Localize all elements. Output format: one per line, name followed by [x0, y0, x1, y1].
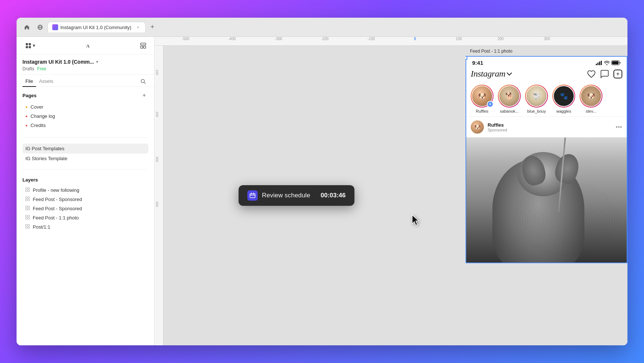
layout-tool-button[interactable]	[138, 40, 148, 51]
ruler-vertical: 100 200 300 400	[155, 46, 163, 345]
project-dropdown-icon[interactable]: ▾	[96, 59, 98, 64]
ig-frame-label: Feed Post - 1:1 photo	[466, 46, 627, 55]
svg-text:A: A	[86, 43, 90, 49]
home-button[interactable]	[21, 21, 33, 33]
svg-rect-27	[26, 218, 28, 219]
post-info: Ruffles Sponsored	[488, 122, 612, 132]
ig-frame: 9:41	[466, 56, 627, 263]
project-drafts: Drafts	[22, 66, 34, 71]
page-item-changelog[interactable]: ● Change log	[22, 112, 148, 121]
sidebar-content: Pages + ● Cover ● Change log ● Credits	[17, 87, 154, 345]
layer-item-feed-post-sponsored-2[interactable]: Feed Post - Sponsored	[22, 204, 148, 213]
canvas-area[interactable]: -500 -400 -300 -200 -100 0 100 200 300 1…	[155, 37, 627, 345]
instagram-dropdown-icon[interactable]	[507, 72, 512, 76]
add-icon[interactable]: +	[613, 70, 622, 78]
post-username: Ruffles	[488, 122, 612, 128]
post-image	[466, 137, 627, 262]
globe-button[interactable]	[34, 21, 46, 33]
svg-rect-13	[26, 188, 28, 190]
signal-icon	[596, 61, 602, 65]
new-tab-button[interactable]: +	[147, 22, 158, 32]
ruler-mark: -400	[229, 37, 236, 41]
layer-item-feed-post-photo[interactable]: Feed Post - 1:1 photo	[22, 213, 148, 222]
text-tool-button[interactable]: A	[83, 40, 93, 51]
ig-header: Instagram	[466, 67, 627, 82]
story-ring-blue-bouy: 🐩	[525, 85, 548, 108]
story-avatar-sabanok: 🐕	[499, 86, 519, 106]
story-add-badge: +	[487, 101, 493, 108]
selection-handle-left	[466, 56, 467, 60]
svg-rect-23	[26, 208, 28, 210]
search-button[interactable]	[138, 76, 148, 87]
story-ring-sabanok: 🐕	[498, 85, 521, 108]
pages-add-button[interactable]: +	[140, 91, 148, 99]
toast-timer: 00:03:46	[321, 192, 346, 199]
nav-item-ig-stories-template[interactable]: IG Stories Template	[22, 154, 148, 163]
heart-icon[interactable]	[587, 70, 596, 78]
layer-label-feed-post-sponsored-2: Feed Post - Sponsored	[33, 206, 82, 211]
tab-bar: Instagram UI Kit 1.0 (Community) × +	[21, 21, 623, 33]
svg-rect-29	[26, 225, 28, 226]
svg-line-12	[144, 82, 145, 84]
svg-rect-37	[596, 64, 597, 65]
svg-rect-22	[28, 206, 30, 208]
story-avatar-waggles: 🐾	[553, 85, 574, 107]
svg-rect-10	[144, 46, 146, 48]
post-avatar-img: 🐶	[471, 120, 484, 134]
story-item-waggles[interactable]: 🐾 waggles	[552, 85, 575, 113]
story-item-blue-bouy[interactable]: 🐩 blue_bouy	[525, 85, 548, 113]
ruler-mark: -300	[275, 37, 282, 41]
wifi-icon	[604, 61, 610, 65]
messenger-icon[interactable]	[600, 70, 609, 78]
ruler-horizontal: -500 -400 -300 -200 -100 0 100 200 300	[155, 37, 627, 46]
browser-chrome: Instagram UI Kit 1.0 (Community) × +	[17, 18, 627, 37]
file-tab[interactable]: File	[22, 76, 36, 87]
canvas-main[interactable]: 100 200 300 400	[155, 46, 627, 345]
layer-label-post-1-1: Post/1:1	[33, 224, 50, 230]
svg-rect-21	[26, 206, 28, 208]
tab-close-button[interactable]: ×	[135, 24, 141, 30]
layers-section: Layers Profile - new following	[17, 173, 154, 235]
ig-logo: Instagram	[471, 69, 505, 79]
nav-label-ig-stories-template: IG Stories Template	[25, 156, 67, 161]
ruler-mark-zero: 0	[414, 37, 416, 41]
layer-item-post-1-1[interactable]: Post/1:1	[22, 222, 148, 232]
story-avatar-stev: 🐶	[581, 86, 601, 106]
svg-rect-17	[26, 197, 28, 199]
tab-label: Instagram UI Kit 1.0 (Community)	[60, 25, 131, 30]
component-tool-button[interactable]: ▾	[22, 41, 38, 50]
svg-rect-32	[28, 227, 30, 229]
nav-item-ig-post-templates[interactable]: IG Post Templates	[22, 144, 148, 154]
nav-label-ig-post-templates: IG Post Templates	[25, 146, 64, 151]
story-ring-stev: 🐶	[580, 85, 602, 108]
svg-rect-25	[26, 215, 28, 217]
ig-post-header: 🐶 Ruffles Sponsored •••	[466, 117, 627, 137]
svg-rect-31	[26, 227, 28, 229]
pages-title: Pages	[22, 93, 36, 98]
post-avatar: 🐶	[471, 120, 484, 134]
ruler-mark: -200	[321, 37, 329, 41]
ruler-mark: -500	[182, 37, 189, 41]
svg-rect-30	[28, 225, 30, 226]
post-more-button[interactable]: •••	[616, 124, 622, 130]
toast-icon	[247, 190, 258, 201]
story-item-sabanok[interactable]: 🐕 sabanok...	[498, 85, 521, 113]
layer-item-feed-post-sponsored-1[interactable]: Feed Post - Sponsored	[22, 195, 148, 204]
layers-title: Layers	[22, 177, 38, 183]
pages-section: Pages + ● Cover ● Change log ● Credits	[17, 87, 154, 134]
active-tab[interactable]: Instagram UI Kit 1.0 (Community) ×	[47, 22, 146, 32]
layer-item-profile-new-following[interactable]: Profile - new following	[22, 186, 148, 195]
svg-rect-15	[26, 190, 28, 192]
assets-tab[interactable]: Assets	[36, 76, 56, 87]
svg-rect-20	[28, 199, 30, 201]
review-schedule-toast: Review schedule 00:03:46	[238, 185, 355, 206]
page-item-cover[interactable]: ● Cover	[22, 102, 148, 112]
page-dot-credits: ●	[25, 123, 28, 127]
svg-rect-6	[29, 46, 31, 48]
ruler-mark: -100	[368, 37, 375, 41]
story-item-ruffles[interactable]: 🐶 + Ruffles	[471, 85, 493, 113]
svg-rect-33	[250, 194, 255, 198]
page-item-credits[interactable]: ● Credits	[22, 121, 148, 130]
story-item-stev[interactable]: 🐶 stev...	[580, 85, 602, 113]
story-username-sabanok: sabanok...	[500, 109, 519, 113]
